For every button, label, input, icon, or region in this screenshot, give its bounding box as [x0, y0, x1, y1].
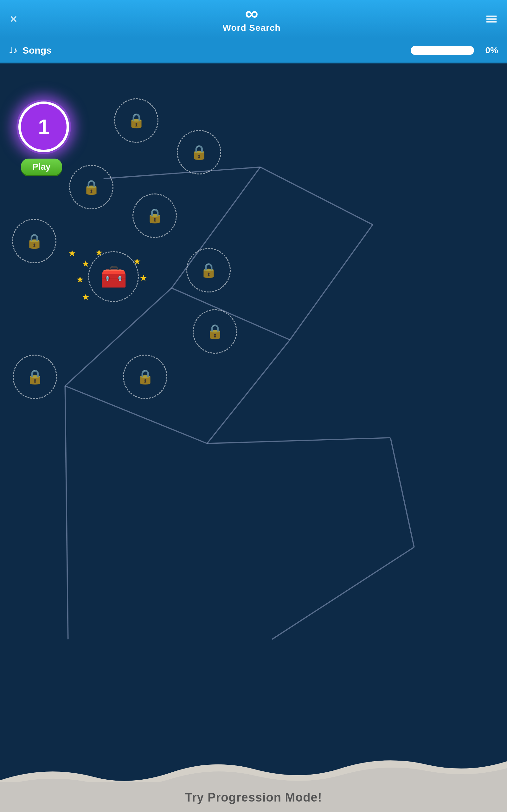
progression-text: Try Progression Mode!	[185, 791, 322, 804]
svg-line-1	[260, 167, 373, 225]
lock-icon-3: 🔒	[190, 145, 208, 159]
play-button[interactable]: Play	[21, 159, 62, 175]
lock-icon-9: 🔒	[206, 324, 224, 339]
songs-progress-bar	[411, 46, 474, 55]
level-node-9[interactable]: 🔒	[193, 309, 237, 354]
star-5: ★	[139, 273, 147, 283]
level-node-6[interactable]: 🔒	[12, 219, 56, 263]
songs-label: Songs	[22, 45, 406, 56]
treasure-node[interactable]: 🧰	[88, 251, 139, 302]
lock-icon-4: 🔒	[83, 180, 100, 194]
svg-line-0	[104, 167, 261, 179]
app-title: Word Search	[223, 23, 281, 33]
level-node-10[interactable]: 🔒	[123, 355, 167, 399]
svg-line-7	[207, 340, 290, 444]
level-node-5[interactable]: 🔒	[132, 194, 177, 238]
star-2: ★	[95, 247, 103, 258]
logo-icon: ∞	[245, 5, 258, 21]
svg-line-10	[272, 547, 414, 639]
songs-bar: ♩♪ Songs 0%	[0, 38, 507, 63]
level-node-2[interactable]: 🔒	[114, 98, 158, 143]
level-1-number: 1	[38, 117, 49, 137]
lock-icon-10: 🔒	[136, 370, 154, 384]
star-3: ★	[76, 274, 84, 285]
lock-icon-6: 🔒	[26, 234, 43, 248]
star-6: ★	[82, 292, 90, 302]
level-node-3[interactable]: 🔒	[177, 130, 221, 174]
treasure-icon: 🧰	[100, 266, 127, 287]
menu-icon-line2	[486, 18, 497, 20]
lock-icon-2: 🔒	[128, 113, 145, 128]
menu-icon-line3	[486, 21, 497, 22]
star-7: ★	[68, 248, 76, 258]
level-node-4[interactable]: 🔒	[69, 165, 113, 209]
svg-line-9	[390, 438, 414, 547]
level-node-8[interactable]: 🔒	[186, 248, 231, 293]
svg-line-3	[290, 224, 373, 340]
lock-icon-5: 🔒	[146, 209, 164, 223]
svg-line-11	[65, 386, 68, 640]
header-center: ∞ Word Search	[223, 5, 281, 33]
lock-icon-8: 🔒	[200, 263, 217, 277]
menu-button[interactable]	[486, 15, 497, 22]
progression-banner[interactable]: Try Progression Mode!	[0, 782, 507, 812]
star-4: ★	[133, 256, 141, 267]
level-node-1[interactable]: 1	[18, 101, 69, 152]
level-node-11[interactable]: 🔒	[13, 355, 57, 399]
svg-line-8	[207, 438, 390, 444]
close-button[interactable]: ×	[10, 13, 17, 25]
game-area: 1 Play 🔒 🔒 🔒 🔒 🔒 🧰 ★ ★ ★ ★ ★ ★ ★ 🔒 🔒 🔒	[0, 63, 507, 812]
songs-progress-pct: 0%	[479, 45, 498, 55]
menu-icon-line1	[486, 15, 497, 17]
music-icon: ♩♪	[9, 45, 17, 55]
app-header: × ∞ Word Search	[0, 0, 507, 38]
lock-icon-11: 🔒	[26, 370, 44, 384]
star-1: ★	[82, 258, 90, 269]
